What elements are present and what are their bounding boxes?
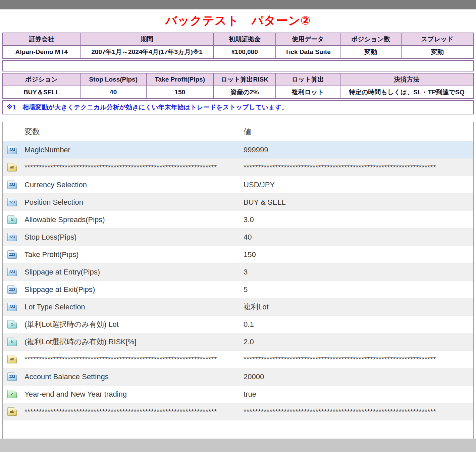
settings-header-cell: Stop Loss(Pips) [80, 73, 146, 86]
parameter-label: Slippage at Exit(Pips) [24, 285, 95, 294]
summary-header-cell: 使用データ [276, 33, 340, 46]
summary-value-cell: ¥100,000 [214, 46, 276, 58]
parameter-row[interactable]: 123Take Profit(Pips)150 [3, 246, 473, 263]
double-type-icon: ½ [7, 320, 17, 329]
parameter-label: ****************************************… [24, 163, 217, 172]
parameter-name-cell: ab**************************************… [3, 159, 240, 176]
parameter-value[interactable]: 3.0 [240, 215, 473, 224]
column-divider[interactable] [240, 122, 240, 439]
window-top-bar [0, 0, 476, 9]
parameter-label: MagicNumber [24, 146, 70, 154]
parameter-row[interactable]: ½(複利Lot選択時のみ有効) RISK[%]2.0 [3, 333, 473, 351]
settings-header-cell: ロット算出 [276, 73, 340, 86]
parameter-label: Allowable Spreads(Pips) [24, 215, 105, 224]
summary-value-row: Alpari-Demo MT42007年1月～2024年4月(17年3カ月)※1… [3, 46, 473, 58]
parameter-label: Slippage at Entry(Pips) [24, 268, 100, 277]
parameter-row[interactable]: ✓Year-end and New Year tradingtrue [3, 386, 473, 403]
parameter-row[interactable]: 123Position SelectionBUY & SELL [3, 194, 473, 211]
empty-spacer-row [2, 60, 474, 71]
window-bottom-bar [0, 439, 476, 452]
summary-header-row: 証券会社期間初期証拠金使用データポジション数スプレッド [3, 33, 473, 46]
parameter-row[interactable]: ½(単利Lot選択時のみ有効) Lot0.1 [3, 316, 473, 333]
parameter-name-cell: ab**************************************… [3, 351, 240, 368]
parameter-value[interactable]: ****************************************… [240, 407, 473, 416]
parameter-value[interactable]: 0.1 [240, 320, 473, 329]
summary-header-cell: 初期証拠金 [214, 33, 276, 46]
parameter-name-cell: 123MagicNumber [3, 141, 240, 158]
parameter-value[interactable]: ****************************************… [240, 163, 473, 172]
page-content: バックテスト パターン② 証券会社期間初期証拠金使用データポジション数スプレッド… [0, 9, 476, 439]
parameter-row[interactable]: 123Currency SelectionUSD/JPY [3, 176, 473, 194]
parameter-value[interactable]: 150 [240, 250, 473, 259]
settings-header-cell: ロット算出RISK [214, 73, 276, 86]
parameter-value[interactable]: 複利Lot [240, 302, 473, 312]
integer-type-icon: 123 [7, 250, 17, 259]
settings-value-cell: 複利ロット [276, 86, 340, 99]
settings-header-row: ポジションStop Loss(Pips)Take Profit(Pips)ロット… [3, 73, 473, 86]
settings-header-cell: Take Profit(Pips) [146, 73, 214, 86]
parameter-name-cell: ab**************************************… [3, 403, 240, 420]
parameter-name-cell: 123Slippage at Entry(Pips) [3, 263, 240, 281]
parameter-row[interactable]: 123Slippage at Entry(Pips)3 [3, 263, 473, 281]
parameter-value[interactable]: ****************************************… [240, 355, 473, 364]
settings-value-row: BUY＆SELL40150資産の2%複利ロット特定の時間もしくは、SL・TP到達… [3, 86, 473, 99]
page-title: バックテスト パターン② [2, 13, 474, 29]
parameter-value[interactable]: 20000 [240, 372, 473, 381]
parameter-row[interactable]: ab**************************************… [3, 159, 473, 176]
summary-value-cell: Tick Data Suite [276, 46, 340, 58]
summary-header-cell: ポジション数 [340, 33, 401, 46]
parameter-value[interactable]: true [240, 390, 473, 399]
settings-table: ポジションStop Loss(Pips)Take Profit(Pips)ロット… [2, 73, 474, 99]
summary-header-cell: 期間 [80, 33, 213, 46]
parameter-value[interactable]: 3 [240, 268, 473, 277]
parameter-label: ****************************************… [24, 355, 217, 364]
parameter-value[interactable]: 5 [240, 285, 473, 294]
parameter-label: Position Selection [24, 198, 83, 207]
parameter-name-cell: 123Lot Type Selection [3, 298, 240, 315]
parameter-label: Take Profit(Pips) [24, 250, 78, 259]
parameter-name-cell: ½Allowable Spreads(Pips) [3, 211, 240, 228]
summary-header-cell: スプレッド [401, 33, 473, 46]
parameter-name-cell: ½(単利Lot選択時のみ有効) Lot [3, 316, 240, 333]
summary-value-cell: 2007年1月～2024年4月(17年3カ月)※1 [80, 46, 213, 58]
settings-value-cell: 特定の時間もしくは、SL・TP到達でSQ [340, 86, 473, 99]
integer-type-icon: 123 [7, 181, 17, 189]
string-type-icon: ab [7, 163, 17, 171]
integer-type-icon: 123 [7, 146, 17, 154]
parameter-name-cell: 123Take Profit(Pips) [3, 246, 240, 263]
string-type-icon: ab [7, 355, 17, 363]
settings-value-cell: 40 [80, 86, 146, 99]
parameter-row[interactable]: ab**************************************… [3, 351, 473, 368]
parameter-value[interactable]: 999999 [240, 146, 473, 154]
integer-type-icon: 123 [7, 268, 17, 276]
parameters-header-row: 変数 値 [3, 122, 473, 141]
parameter-row[interactable]: ½Allowable Spreads(Pips)3.0 [3, 211, 473, 229]
settings-header-cell: 決済方法 [340, 73, 473, 86]
summary-header-cell: 証券会社 [3, 33, 80, 46]
summary-value-cell: 変動 [340, 46, 401, 58]
parameter-row[interactable]: 123Slippage at Exit(Pips)5 [3, 281, 473, 298]
integer-type-icon: 123 [7, 198, 17, 206]
parameter-value[interactable]: 40 [240, 233, 473, 242]
parameter-label: Account Balance Settings [24, 372, 109, 381]
parameter-label: Stop Loss(Pips) [24, 233, 76, 242]
summary-table: 証券会社期間初期証拠金使用データポジション数スプレッド Alpari-Demo … [2, 33, 474, 59]
parameter-name-cell: 123Slippage at Exit(Pips) [3, 281, 240, 298]
settings-value-cell: 資産の2% [214, 86, 276, 99]
parameter-label: (単利Lot選択時のみ有効) Lot [24, 319, 119, 330]
parameter-row[interactable]: ab**************************************… [3, 403, 473, 420]
parameter-value[interactable]: 2.0 [240, 338, 473, 346]
value-column-header: 値 [240, 127, 251, 137]
parameter-value[interactable]: BUY & SELL [240, 198, 473, 207]
parameter-name-cell: 123Currency Selection [3, 176, 240, 193]
parameter-row[interactable]: 123Account Balance Settings20000 [3, 368, 473, 386]
parameter-label: (複利Lot選択時のみ有効) RISK[%] [24, 337, 137, 347]
summary-value-cell: Alpari-Demo MT4 [3, 46, 80, 58]
parameter-row[interactable]: 123Lot Type Selection複利Lot [3, 298, 473, 316]
parameter-row[interactable]: 123Stop Loss(Pips)40 [3, 229, 473, 246]
variable-column-header: 変数 [3, 127, 240, 137]
parameter-label: Lot Type Selection [24, 303, 85, 311]
string-type-icon: ab [7, 407, 17, 416]
parameter-row[interactable]: 123MagicNumber999999 [3, 141, 473, 159]
parameter-value[interactable]: USD/JPY [240, 181, 473, 189]
